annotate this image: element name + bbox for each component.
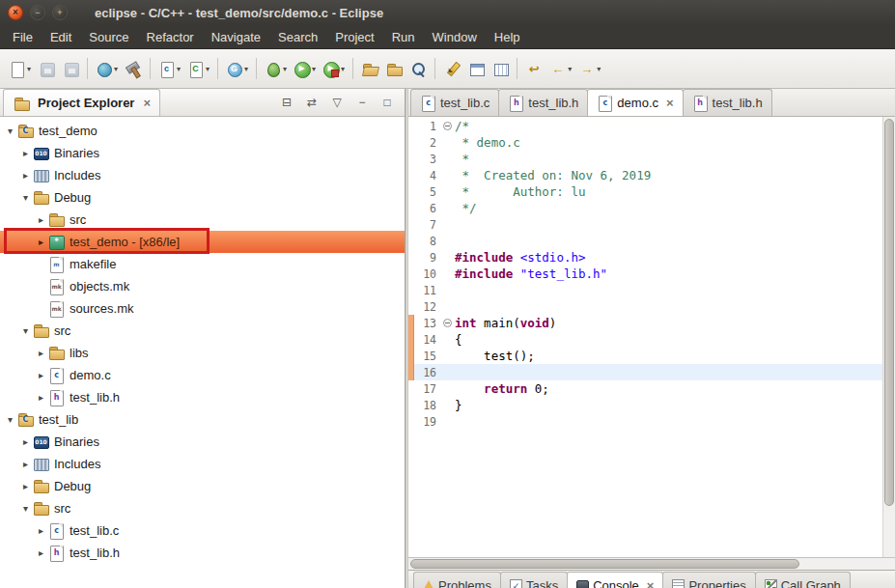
tree-item-sources-mk[interactable]: mksources.mk [0, 297, 405, 320]
close-tab-icon[interactable]: × [666, 96, 674, 110]
menu-project[interactable]: Project [326, 25, 382, 48]
code-line[interactable]: 19 [408, 413, 882, 430]
search-button[interactable] [406, 56, 430, 81]
maximize-window-icon[interactable]: + [52, 5, 68, 20]
menu-file[interactable]: File [4, 25, 42, 48]
open-folder-button[interactable] [358, 56, 381, 81]
tree-item-test-lib-c[interactable]: ▸ctest_lib.c [0, 519, 405, 542]
link-with-editor-button[interactable]: ⇄ [302, 93, 322, 112]
view-tab-properties[interactable]: Properties [662, 572, 755, 588]
build-configurations-button[interactable]: ▾ [93, 56, 121, 81]
vertical-scrollbar-thumb[interactable] [884, 119, 894, 506]
expand-arrow-icon[interactable]: ▸ [19, 148, 32, 158]
view-tab-tasks[interactable]: ✓Tasks [500, 572, 568, 588]
tree-item-test-demo[interactable]: ▾Ctest_demo [0, 120, 405, 142]
expand-arrow-icon[interactable]: ▾ [4, 126, 16, 136]
tree-item-src[interactable]: ▾src [0, 497, 405, 519]
expand-arrow-icon[interactable]: ▾ [19, 325, 32, 336]
tree-item-objects-mk[interactable]: mkobjects.mk [0, 275, 405, 297]
new-c-source-file-button[interactable]: c▾ [155, 56, 183, 81]
minimize-button[interactable]: − [352, 93, 372, 112]
tree-item-binaries[interactable]: ▸010Binaries [0, 431, 405, 453]
code-line[interactable]: 10#include "test_lib.h" [408, 266, 882, 282]
code-line[interactable]: 14{ [408, 331, 882, 348]
collapse-all-button[interactable]: ⊟ [277, 93, 296, 112]
expand-arrow-icon[interactable]: ▸ [19, 481, 32, 491]
forward-button[interactable]: →▾ [575, 56, 603, 81]
maximize-button[interactable]: □ [378, 93, 397, 112]
code-line[interactable]: 18} [408, 397, 882, 413]
vertical-scrollbar[interactable] [882, 117, 895, 557]
tree-item-includes[interactable]: ▸Includes [0, 164, 405, 186]
code-line[interactable]: 11 [408, 282, 882, 298]
editor-tab-test_lib-h-3[interactable]: htest_lib.h [683, 89, 772, 116]
expand-arrow-icon[interactable]: ▸ [35, 370, 47, 380]
expand-arrow-icon[interactable]: ▸ [19, 436, 32, 447]
fold-collapse-icon[interactable] [440, 118, 455, 134]
menu-navigate[interactable]: Navigate [203, 25, 269, 48]
tree-item-src[interactable]: ▾src [0, 320, 405, 342]
expand-arrow-icon[interactable]: ▸ [35, 547, 47, 558]
new-cpp-class-button[interactable]: C▾ [184, 56, 212, 81]
code-area[interactable]: 1/*2 * demo.c3 *4 * Created on: Nov 6, 2… [408, 117, 882, 557]
code-line[interactable]: 8 [408, 233, 882, 249]
editor-tab-test_lib-c-0[interactable]: ctest_lib.c [410, 89, 499, 116]
tree-item-includes[interactable]: ▸Includes [0, 453, 405, 475]
tree-item-debug[interactable]: ▾Debug [0, 186, 405, 209]
code-line[interactable]: 2 * demo.c [408, 134, 882, 151]
view-tab-problems[interactable]: Problems [413, 572, 501, 588]
close-view-icon[interactable]: × [143, 96, 151, 110]
fold-collapse-icon[interactable] [440, 315, 455, 331]
code-line[interactable]: 7 [408, 216, 882, 233]
tree-item-binaries[interactable]: ▸010Binaries [0, 142, 405, 164]
run-button[interactable]: ▶▾ [291, 56, 319, 81]
code-line[interactable]: 17 return 0; [408, 380, 882, 397]
code-line[interactable]: 4 * Created on: Nov 6, 2019 [408, 167, 882, 183]
horizontal-scrollbar-thumb[interactable] [410, 559, 799, 569]
expand-arrow-icon[interactable]: ▸ [19, 459, 32, 469]
minimize-window-icon[interactable]: − [30, 5, 45, 20]
menu-window[interactable]: Window [424, 25, 486, 48]
expand-arrow-icon[interactable]: ▸ [35, 214, 47, 225]
expand-arrow-icon[interactable]: ▸ [35, 392, 47, 403]
save-button[interactable] [35, 56, 58, 81]
code-line[interactable]: 15 test(); [408, 348, 882, 364]
tree-item-debug[interactable]: ▸Debug [0, 475, 405, 497]
expand-arrow-icon[interactable]: ▾ [4, 414, 16, 425]
tree-item-makefile[interactable]: mmakefile [0, 253, 405, 275]
expand-arrow-icon[interactable]: ▸ [35, 525, 47, 536]
editor-tab-test_lib-h-1[interactable]: htest_lib.h [498, 89, 588, 116]
code-line[interactable]: 3 * [408, 151, 882, 167]
external-tools-button[interactable]: ▶▾ [320, 56, 348, 81]
show-grid-button[interactable] [489, 56, 512, 81]
expand-arrow-icon[interactable]: ▸ [19, 170, 32, 181]
close-tab-icon[interactable]: × [647, 578, 655, 588]
expand-arrow-icon[interactable]: ▾ [19, 192, 32, 203]
new-wizard-button[interactable]: ▾ [6, 56, 34, 81]
save-all-button[interactable] [59, 56, 82, 81]
code-line[interactable]: 5 * Author: lu [408, 183, 882, 200]
close-window-icon[interactable]: × [8, 5, 23, 20]
tree-item-demo-c[interactable]: ▸cdemo.c [0, 364, 405, 386]
menu-edit[interactable]: Edit [42, 25, 80, 48]
menu-help[interactable]: Help [486, 25, 529, 48]
last-edit-location-button[interactable]: ↩ [522, 56, 545, 81]
expand-arrow-icon[interactable]: ▸ [35, 237, 47, 247]
code-line[interactable]: 6 */ [408, 200, 882, 216]
back-button[interactable]: ←▾ [546, 56, 574, 81]
tree-item-test-demo-x86-le[interactable]: ▸*test_demo - [x86/le] [0, 231, 405, 253]
menu-source[interactable]: Source [80, 25, 137, 48]
build-all-button[interactable] [122, 56, 145, 81]
editor-tab-demo-c-2[interactable]: cdemo.c× [587, 89, 683, 116]
code-line[interactable]: 16 [408, 364, 882, 380]
menu-search[interactable]: Search [269, 25, 326, 48]
tree-item-libs[interactable]: ▸libs [0, 342, 405, 364]
code-line[interactable]: 13int main(void) [408, 315, 882, 331]
tab-project-explorer[interactable]: Project Explorer × [3, 89, 160, 116]
code-line[interactable]: 9#include <stdio.h> [408, 249, 882, 266]
import-button[interactable] [382, 56, 406, 81]
code-line[interactable]: 12 [408, 298, 882, 315]
menu-run[interactable]: Run [383, 25, 424, 48]
tree-item-test-lib-h[interactable]: ▸htest_lib.h [0, 386, 405, 408]
code-line[interactable]: 1/* [408, 118, 882, 134]
